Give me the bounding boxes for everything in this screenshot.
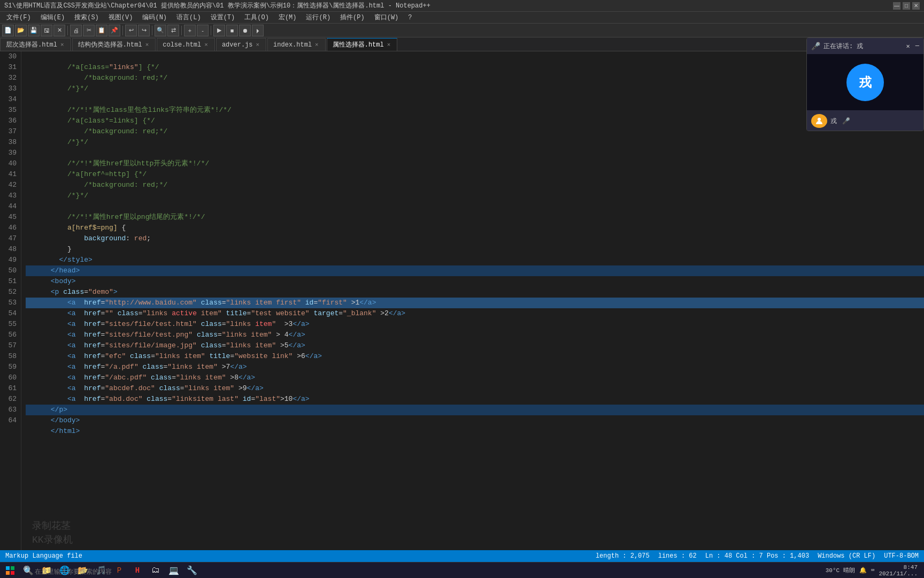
open-button[interactable]: 📂 <box>15 25 27 36</box>
video-close-btn[interactable]: ✕ <box>906 42 910 50</box>
taskbar-search-area[interactable]: 🔍 <box>24 567 142 576</box>
tab-index[interactable]: index.html × <box>267 38 326 51</box>
tab-close-icon[interactable]: × <box>314 42 320 48</box>
tab-adver[interactable]: adver.js × <box>216 38 266 51</box>
code-line-46: background: red; <box>26 223 924 233</box>
tab-close-icon[interactable]: × <box>203 42 209 48</box>
save-all-button[interactable]: 🖫 <box>41 25 52 36</box>
tab-bar: 层次选择器.html × 结构伪类选择器.html × colse.html ×… <box>0 37 924 51</box>
line-num-52: 52 <box>4 287 17 298</box>
line-num-37: 37 <box>4 126 17 137</box>
line-ending-label: Windows (CR LF) <box>818 552 875 560</box>
zoom-in-button[interactable]: + <box>184 25 196 36</box>
date-display: 2021/11/... <box>879 571 918 577</box>
tab-struct-selector[interactable]: 结构伪类选择器.html × <box>72 38 156 51</box>
menu-search[interactable]: 搜索(S) <box>70 12 103 23</box>
line-num-54: 54 <box>4 308 17 319</box>
minimize-button[interactable]: — <box>893 2 900 10</box>
separator-3 <box>152 26 152 35</box>
line-num-48: 48 <box>4 244 17 255</box>
menu-settings[interactable]: 设置(T) <box>206 12 240 23</box>
tab-close-icon[interactable]: × <box>144 42 150 48</box>
lines-label: lines : 62 <box>658 552 697 560</box>
code-line-47: } <box>26 233 924 244</box>
redo-button[interactable]: ↪ <box>138 25 150 36</box>
line-num-49: 49 <box>4 255 17 265</box>
menu-edit[interactable]: 编辑(E) <box>36 12 70 23</box>
menu-tools[interactable]: 工具(O) <box>240 12 273 23</box>
code-line-50: <body> <box>26 265 924 276</box>
maximize-button[interactable]: □ <box>903 2 910 10</box>
video-user-avatar <box>811 114 827 128</box>
code-line-48: </style> <box>26 244 924 255</box>
run-button[interactable]: ▶ <box>213 25 225 36</box>
tab-layer-selector[interactable]: 层次选择器.html × <box>0 38 71 51</box>
svg-rect-2 <box>11 566 14 570</box>
tab-close-icon[interactable]: × <box>59 42 65 48</box>
menu-encoding[interactable]: 编码(N) <box>138 12 171 23</box>
avatar: 戎 <box>846 64 884 101</box>
undo-button[interactable]: ↩ <box>125 25 137 36</box>
line-num-40: 40 <box>4 158 17 169</box>
line-num-44: 44 <box>4 201 17 212</box>
line-num-62: 62 <box>4 394 17 405</box>
line-num-43: 43 <box>4 191 17 201</box>
tab-label: 层次选择器.html <box>6 40 57 49</box>
paste-button[interactable]: 📌 <box>109 25 120 36</box>
close-button[interactable]: ✕ <box>912 2 920 10</box>
line-num-34: 34 <box>4 94 17 105</box>
video-minimize-btn[interactable]: — <box>915 42 919 50</box>
tab-close-icon[interactable]: × <box>386 42 392 48</box>
code-text-area[interactable]: /*a[class="links"] {*/ /*background: red… <box>21 51 924 550</box>
save-button[interactable]: 💾 <box>28 25 40 36</box>
time-display: 8:47 <box>879 564 918 571</box>
line-num-57: 57 <box>4 340 17 351</box>
line-num-59: 59 <box>4 362 17 372</box>
taskbar-search-input[interactable] <box>35 568 142 575</box>
new-button[interactable]: 📄 <box>2 25 14 36</box>
menu-macro[interactable]: 宏(M) <box>274 12 301 23</box>
app-icon[interactable]: 🗂 <box>148 564 164 577</box>
macro-play[interactable]: ⏵ <box>252 25 264 36</box>
line-num-60: 60 <box>4 372 17 383</box>
position-label: Ln : 48 Col : 7 Pos : 1,403 <box>705 552 809 560</box>
tools-icon[interactable]: 🔧 <box>184 564 200 577</box>
encoding-label: UTF-8-BOM <box>884 552 919 560</box>
line-num-55: 55 <box>4 319 17 330</box>
menu-run[interactable]: 运行(R) <box>302 12 335 23</box>
line-num-30: 30 <box>4 51 17 62</box>
menu-plugins[interactable]: 插件(P) <box>336 12 369 23</box>
line-num-53: 53 <box>4 298 17 308</box>
code-line-30: /*a[class="links"] {*/ <box>26 51 924 62</box>
video-header: 🎤 正在讲话: 戎 ✕ — <box>807 38 923 54</box>
app2-icon[interactable]: 💻 <box>166 564 182 577</box>
macro-record[interactable]: ⏺ <box>239 25 251 36</box>
title-bar: S1\使用HTML语言及CSS开发商业站\Chapter04\01 提供给教员的… <box>0 0 924 12</box>
menu-window[interactable]: 窗口(W) <box>370 12 403 23</box>
tab-attr-selector[interactable]: 属性选择器.html × <box>327 38 398 51</box>
code-line-52: <a href="http://www.baidu.com" class="li… <box>26 287 924 298</box>
copy-button[interactable]: 📋 <box>96 25 107 36</box>
code-line-43 <box>26 191 924 201</box>
toolbar: 📄 📂 💾 🖫 ✕ 🖨 ✂ 📋 📌 ↩ ↪ 🔍 ⇄ + - ▶ ■ ⏺ ⏵ <box>0 24 924 37</box>
cut-button[interactable]: ✂ <box>83 25 95 36</box>
stop-button[interactable]: ■ <box>226 25 238 36</box>
file-type-label: Markup Language file <box>5 552 82 560</box>
start-button[interactable] <box>2 564 18 577</box>
close-button[interactable]: ✕ <box>53 25 65 36</box>
tab-close-icon[interactable]: × <box>255 42 260 48</box>
menu-view[interactable]: 视图(V) <box>104 12 137 23</box>
menu-help[interactable]: ? <box>404 13 416 22</box>
menu-file[interactable]: 文件(F) <box>2 12 35 23</box>
print-button[interactable]: 🖨 <box>70 25 82 36</box>
line-num-35: 35 <box>4 105 17 116</box>
zoom-out-button[interactable]: - <box>197 25 209 36</box>
find-button[interactable]: 🔍 <box>155 25 166 36</box>
tab-colse[interactable]: colse.html × <box>157 38 215 51</box>
line-num-56: 56 <box>4 330 17 340</box>
window-controls[interactable]: — □ ✕ <box>893 2 920 10</box>
menu-language[interactable]: 语言(L) <box>172 12 205 23</box>
tab-label: colse.html <box>163 41 201 49</box>
replace-button[interactable]: ⇄ <box>167 25 179 36</box>
code-line-34: /*/*!*属性class里包含links字符串的元素*!/*/ <box>26 94 924 105</box>
